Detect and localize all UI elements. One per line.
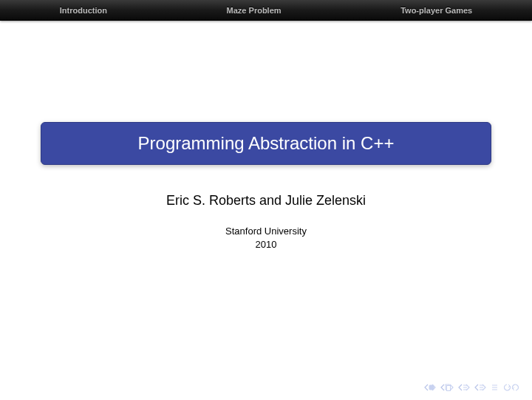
affiliation: Stanford University [0, 225, 532, 238]
nav-first-slide-icon[interactable] [424, 384, 436, 391]
beamer-nav-footer [424, 384, 519, 391]
nav-go-back-icon[interactable] [504, 384, 519, 391]
top-navbar: Introduction Maze Problem Two-player Gam… [0, 0, 532, 21]
nav-next-section-icon[interactable] [474, 384, 486, 391]
nav-item-two-player-games[interactable]: Two-player Games [400, 6, 472, 15]
year: 2010 [0, 238, 532, 251]
nav-prev-frame-icon[interactable] [440, 384, 454, 391]
nav-last-slide-icon[interactable] [491, 384, 499, 391]
nav-item-maze-problem[interactable]: Maze Problem [227, 6, 282, 15]
presentation-title: Programming Abstraction in C++ [41, 122, 491, 165]
authors-line: Eric S. Roberts and Julie Zelenski [0, 193, 532, 209]
slide-content: Programming Abstraction in C++ Eric S. R… [0, 122, 532, 251]
nav-item-introduction[interactable]: Introduction [60, 6, 107, 15]
affiliation-block: Stanford University 2010 [0, 225, 532, 251]
nav-prev-section-icon[interactable] [458, 384, 470, 391]
